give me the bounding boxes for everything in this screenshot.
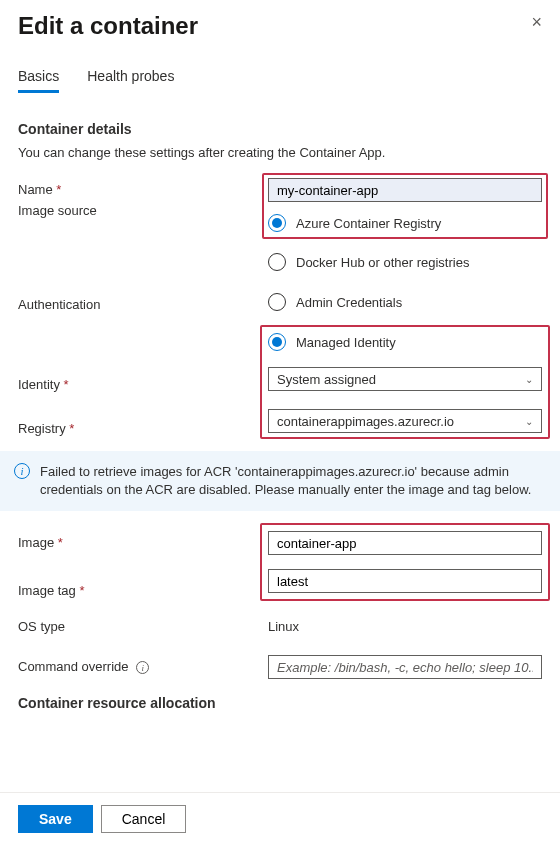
tab-health-probes[interactable]: Health probes [87,68,174,93]
os-type-label: OS type [18,615,268,634]
page-title: Edit a container [18,12,198,40]
os-type-value: Linux [268,615,542,634]
image-tag-label: Image tag [18,579,268,598]
image-tag-input[interactable] [268,569,542,593]
image-label: Image [18,531,268,550]
name-label: Name [18,178,268,197]
info-callout: i Failed to retrieve images for ACR 'con… [0,451,560,511]
footer: Save Cancel [0,792,560,845]
name-input[interactable] [268,178,542,202]
help-icon[interactable]: i [136,661,149,674]
info-icon: i [14,463,30,479]
tab-basics[interactable]: Basics [18,68,59,93]
chevron-down-icon: ⌄ [525,374,533,385]
highlight-auth-identity: Managed Identity System assigned ⌄ conta… [260,325,550,439]
radio-label: Docker Hub or other registries [296,255,469,270]
chevron-down-icon: ⌄ [525,416,533,427]
radio-icon [268,293,286,311]
image-input[interactable] [268,531,542,555]
highlight-image-tag [260,523,550,601]
radio-label: Admin Credentials [296,295,402,310]
identity-select[interactable]: System assigned ⌄ [268,367,542,391]
radio-label: Managed Identity [296,335,396,350]
authentication-label: Authentication [18,293,268,312]
close-icon[interactable]: × [531,12,542,33]
command-override-label: Command override i [18,655,268,674]
info-text: Failed to retrieve images for ACR 'conta… [40,463,546,499]
highlight-name-source: Azure Container Registry [262,173,548,239]
command-override-input[interactable] [268,655,542,679]
identity-value: System assigned [277,372,376,387]
radio-azure-container-registry[interactable]: Azure Container Registry [268,214,542,232]
radio-icon [268,214,286,232]
radio-managed-identity[interactable]: Managed Identity [268,333,542,351]
tab-bar: Basics Health probes [18,68,542,93]
radio-icon [268,253,286,271]
radio-admin-credentials[interactable]: Admin Credentials [268,293,542,311]
cancel-button[interactable]: Cancel [101,805,187,833]
save-button[interactable]: Save [18,805,93,833]
container-details-heading: Container details [18,121,542,137]
radio-icon [268,333,286,351]
container-details-desc: You can change these settings after crea… [18,145,542,160]
registry-value: containerappimages.azurecr.io [277,414,454,429]
radio-docker-hub[interactable]: Docker Hub or other registries [268,253,542,271]
radio-label: Azure Container Registry [296,216,441,231]
resource-allocation-heading: Container resource allocation [18,695,542,711]
image-source-label: Image source [18,203,268,218]
identity-label: Identity [18,373,268,392]
registry-label: Registry [18,417,268,436]
registry-select[interactable]: containerappimages.azurecr.io ⌄ [268,409,542,433]
